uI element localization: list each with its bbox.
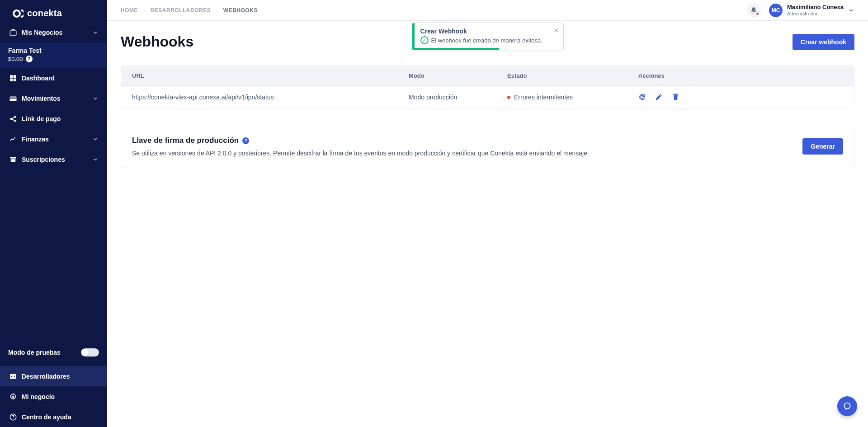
check-circle-icon: ✓ [420,36,429,44]
generate-button[interactable]: Generar [802,138,843,155]
sidebar-item-mis-negocios[interactable]: Mis Negocios [0,22,107,42]
sidebar-item-finanzas[interactable]: Finanzas [0,129,107,149]
svg-point-11 [12,395,14,398]
table-header-status: Estado [507,72,638,79]
sidebar-item-desarrolladores[interactable]: Desarrolladores [0,366,107,386]
briefcase-icon [9,28,22,37]
toast-message: El webhook fue creado de manera exitosa. [431,37,542,44]
sidebar-item-suscripciones[interactable]: Suscripciones [0,149,107,169]
help-circle-icon [9,413,22,421]
svg-rect-0 [10,31,16,35]
user-menu[interactable]: MC Maximiliano Conexa Administrador [769,4,854,17]
sidebar-item-dashboard[interactable]: Dashboard [0,68,107,88]
sidebar: conekta Mis Negocios Farma Test $0.00 ? … [0,0,107,427]
sidebar-item-link-de-pago[interactable]: Link de pago [0,108,107,129]
dashboard-icon [9,74,22,82]
table-header-mode: Modo [409,72,507,79]
topbar: HOME › DESARROLLADORES › WEBHOOKS MC Max… [107,0,868,21]
help-icon[interactable]: ? [26,56,33,62]
chevron-down-icon [93,157,98,162]
main: HOME › DESARROLLADORES › WEBHOOKS MC Max… [107,0,868,427]
sidebar-item-label: Mis Negocios [22,29,93,36]
signing-key-panel: Llave de firma de producción ? Se utiliz… [121,125,854,168]
create-webhook-button[interactable]: Crear webhook [793,34,854,50]
panel-title: Llave de firma de producción [132,136,239,145]
webhook-mode: Modo producción [409,94,507,101]
sidebar-item-label: Link de pago [22,115,98,122]
webhook-status-text: Errores intermitentes [514,94,573,101]
brand-name: conekta [27,8,62,19]
svg-rect-1 [10,75,13,78]
edit-icon[interactable] [655,93,663,101]
code-icon [9,372,22,380]
avatar: MC [769,4,783,17]
notification-dot-icon [756,12,759,15]
table-header-actions: Acciones [638,72,843,79]
chevron-right-icon: › [143,8,145,13]
svg-point-13 [844,403,850,409]
svg-point-7 [10,117,12,120]
toast-progress-bar [415,48,499,50]
user-role: Administrador [787,11,844,16]
transactions-icon [9,94,22,103]
chat-fab[interactable] [837,396,857,416]
sidebar-item-label: Suscripciones [22,156,93,163]
breadcrumb-dev[interactable]: DESARROLLADORES [151,7,211,14]
webhook-status: Errores intermitentes [507,94,638,101]
refresh-icon[interactable] [638,93,646,101]
brand-logo[interactable]: conekta [0,0,107,22]
panel-description: Se utiliza en versiones de API 2.0.0 y p… [132,150,793,157]
status-dot-icon [507,96,510,99]
svg-rect-5 [10,96,17,101]
toast-accent-bar [412,23,415,50]
sidebar-item-label: Movimientos [22,95,93,102]
webhooks-table: URL Modo Estado Acciones https://conekta… [121,66,854,108]
test-mode-label: Modo de pruebas [8,349,81,356]
sidebar-item-movimientos[interactable]: Movimientos [0,88,107,108]
account-block[interactable]: Farma Test $0.00 ? [0,42,107,68]
chevron-down-icon [93,96,98,101]
chevron-down-icon [93,136,98,142]
table-header-url: URL [132,72,409,79]
sidebar-item-centro-de-ayuda[interactable]: Centro de ayuda [0,407,107,427]
conekta-logo-icon [13,9,24,18]
account-balance: $0.00 [8,56,23,62]
test-mode-toggle[interactable] [81,348,99,357]
table-row[interactable]: https://conekta-vtex-api.conexa.ai/api/v… [121,85,854,108]
chevron-down-icon [93,30,98,35]
sidebar-item-label: Mi negocio [22,393,98,400]
sidebar-item-label: Finanzas [22,136,93,143]
page-title: Webhooks [121,33,193,50]
chart-icon [9,135,22,143]
svg-rect-6 [10,97,17,98]
info-icon[interactable]: ? [242,137,249,144]
chevron-right-icon: › [216,8,218,13]
svg-rect-3 [10,78,13,81]
success-toast: Crear Webhook ✓ El webhook fue creado de… [412,23,564,50]
breadcrumb-webhooks: WEBHOOKS [223,7,258,14]
account-name: Farma Test [8,47,99,54]
svg-rect-2 [14,75,16,78]
chat-icon [843,402,852,411]
test-mode-row: Modo de pruebas [0,343,107,361]
delete-icon[interactable] [672,93,679,101]
sidebar-item-label: Desarrolladores [22,373,98,380]
toast-close-button[interactable]: × [554,26,559,35]
toast-title: Crear Webhook [420,28,557,35]
sidebar-item-label: Centro de ayuda [22,413,98,421]
sidebar-item-mi-negocio[interactable]: Mi negocio [0,386,107,407]
notifications-button[interactable] [746,3,761,18]
store-icon [9,155,22,164]
share-icon [9,115,22,123]
sidebar-item-label: Dashboard [22,75,98,82]
webhook-url: https://conekta-vtex-api.conexa.ai/api/v… [132,94,409,101]
gear-icon [9,393,22,401]
user-name: Maximiliano Conexa [787,4,844,10]
chevron-down-icon [848,7,854,14]
svg-rect-4 [14,78,16,81]
breadcrumb: HOME › DESARROLLADORES › WEBHOOKS [121,7,258,14]
breadcrumb-home[interactable]: HOME [121,7,138,14]
